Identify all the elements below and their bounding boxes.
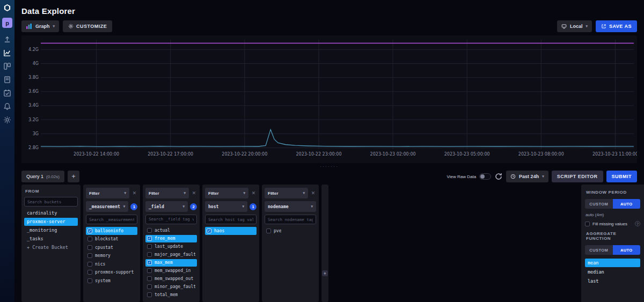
checkbox[interactable]: [87, 270, 92, 275]
checkbox[interactable]: [87, 245, 92, 250]
close-icon[interactable]: ✕: [310, 190, 316, 196]
checkbox[interactable]: ✓: [207, 229, 211, 233]
add-filter-button[interactable]: +: [322, 270, 328, 276]
aggregate-auto-button[interactable]: AUTO: [613, 245, 641, 255]
filter-key-dropdown[interactable]: host▾: [205, 201, 247, 212]
close-icon[interactable]: ✕: [131, 190, 137, 196]
tasks-icon[interactable]: [3, 89, 11, 97]
aggregate-function-item[interactable]: last: [585, 277, 640, 285]
customize-button[interactable]: CUSTOMIZE: [63, 20, 112, 32]
alerts-icon[interactable]: [3, 102, 11, 111]
fill-missing-checkbox[interactable]: [585, 222, 590, 226]
filter-type-dropdown[interactable]: Filter▾: [205, 188, 248, 198]
bucket-item[interactable]: cardinality: [24, 209, 78, 217]
filter-value-row[interactable]: minor_page_faults: [145, 283, 197, 291]
window-auto-button[interactable]: AUTO: [613, 199, 641, 209]
filter-value-row[interactable]: total_mem: [145, 291, 197, 299]
query-tab[interactable]: Query 1 (0.02s): [21, 171, 64, 182]
checkbox[interactable]: [147, 284, 152, 289]
script-editor-button[interactable]: SCRIPT EDITOR: [552, 171, 603, 182]
info-icon[interactable]: ?: [635, 221, 640, 226]
checkbox[interactable]: [147, 268, 152, 273]
window-custom-button[interactable]: CUSTOM: [585, 199, 613, 209]
influxdb-logo-icon[interactable]: [3, 4, 11, 12]
query-duration: (0.02s): [46, 174, 60, 179]
bucket-item[interactable]: _tasks: [24, 235, 78, 243]
save-as-button[interactable]: SAVE AS: [596, 20, 637, 32]
filter-value-row[interactable]: mem_swapped_out: [145, 275, 197, 283]
filter-value-row[interactable]: system: [86, 277, 137, 285]
filter-search-input[interactable]: [265, 215, 316, 224]
view-raw-data-toggle[interactable]: [479, 173, 491, 180]
filter-value-row[interactable]: ✓ ballooninfo: [86, 227, 137, 235]
filter-value-row[interactable]: cpustat: [86, 244, 137, 252]
filter-value-row[interactable]: major_page_faults: [145, 251, 197, 259]
add-query-button[interactable]: +: [68, 171, 79, 182]
filter-key-dropdown[interactable]: _field▾: [145, 201, 188, 212]
filter-value-row[interactable]: proxmox-support: [86, 269, 137, 277]
filter-search-input[interactable]: [205, 215, 257, 224]
checkbox[interactable]: ✓: [87, 229, 92, 233]
graph-type-icon: [26, 23, 32, 30]
upload-data-icon[interactable]: [3, 35, 11, 43]
checkbox[interactable]: [147, 292, 152, 297]
filter-value-row[interactable]: actual: [145, 227, 197, 234]
checkbox[interactable]: [147, 244, 152, 249]
checkbox[interactable]: [87, 278, 92, 283]
checkbox[interactable]: [87, 237, 92, 241]
checkbox[interactable]: ✓: [147, 260, 152, 265]
submit-button[interactable]: SUBMIT: [606, 171, 638, 182]
filter-search-input[interactable]: [145, 215, 197, 224]
local-dropdown[interactable]: Local ▾: [557, 20, 592, 32]
visualization-type-dropdown[interactable]: Graph ▾: [21, 20, 59, 32]
filter-search-input[interactable]: [86, 215, 137, 224]
chevron-down-icon: ▾: [303, 191, 305, 195]
checkbox[interactable]: [87, 253, 92, 258]
settings-gear-icon[interactable]: [3, 116, 11, 124]
filter-value-row[interactable]: last_update: [145, 243, 197, 251]
close-icon[interactable]: ✕: [251, 190, 257, 196]
filter-key-dropdown[interactable]: nodename▾: [265, 201, 316, 212]
data-explorer-icon[interactable]: [3, 49, 11, 57]
aggregate-function-item[interactable]: mean: [585, 259, 640, 267]
checkbox[interactable]: [147, 228, 152, 233]
filter-type-dropdown[interactable]: Filter▾: [145, 188, 189, 198]
add-filter-strip: +: [321, 185, 328, 302]
checkbox[interactable]: [147, 252, 152, 257]
time-range-dropdown[interactable]: Past 24h ▾: [506, 171, 548, 182]
close-icon[interactable]: ✕: [191, 190, 197, 196]
bucket-item[interactable]: proxmox-server: [24, 218, 78, 226]
svg-text:3G: 3G: [33, 131, 39, 136]
checkbox[interactable]: [147, 276, 152, 281]
filter-value-row[interactable]: memory: [86, 252, 137, 260]
filter-value-row[interactable]: ✓ free_mem: [145, 235, 197, 242]
resize-handle[interactable]: ·······: [14, 163, 644, 170]
filter-key-dropdown[interactable]: _measurement▾: [86, 201, 128, 212]
create-bucket-button[interactable]: + Create Bucket: [24, 244, 78, 252]
chevron-down-icon: ▾: [542, 174, 544, 179]
chevron-down-icon: ▾: [123, 204, 126, 209]
filter-value-row[interactable]: nics: [86, 260, 137, 268]
filter-value-row[interactable]: ✓ haos: [205, 227, 257, 235]
notebooks-icon[interactable]: [3, 76, 11, 84]
dashboards-icon[interactable]: [3, 62, 11, 70]
filter-value-label: major_page_faults: [155, 252, 195, 257]
filter-type-dropdown[interactable]: Filter▾: [86, 188, 129, 198]
timeseries-chart[interactable]: 2.8G3G3.2G3.4G3.6G3.8G4G4.2G2023-10-22 1…: [21, 35, 637, 163]
bucket-item[interactable]: _monitoring: [24, 226, 78, 234]
checkbox[interactable]: [266, 229, 271, 233]
filter-value-row[interactable]: pve: [265, 227, 316, 235]
filter-value-row[interactable]: blockstat: [86, 235, 137, 244]
local-icon: [561, 24, 567, 29]
filter-value-row[interactable]: mem_swapped_in: [145, 267, 197, 275]
svg-text:2023-10-23 02:00:00: 2023-10-23 02:00:00: [370, 152, 416, 157]
refresh-icon[interactable]: [494, 172, 503, 181]
filter-type-dropdown[interactable]: Filter▾: [265, 188, 308, 198]
user-avatar[interactable]: p: [2, 18, 12, 28]
bucket-search-input[interactable]: [24, 197, 78, 207]
checkbox[interactable]: [87, 262, 92, 267]
checkbox[interactable]: ✓: [147, 236, 152, 241]
filter-value-row[interactable]: ✓ max_mem: [145, 259, 197, 267]
aggregate-function-item[interactable]: median: [585, 268, 640, 276]
aggregate-custom-button[interactable]: CUSTOM: [585, 245, 613, 255]
